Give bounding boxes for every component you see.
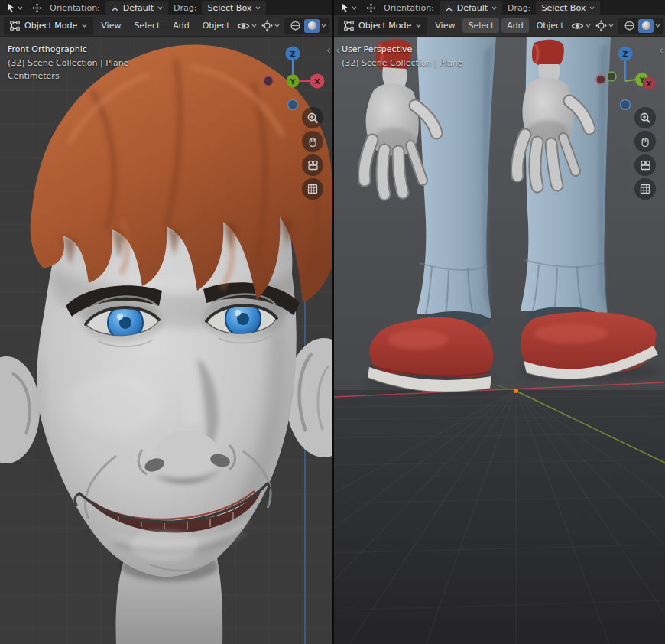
mode-dropdown[interactable]: Object Mode <box>338 17 427 35</box>
hand-icon <box>639 135 651 148</box>
viewport-pane-right: Orientation: Default Drag: Select Box Ob… <box>334 0 665 644</box>
navigation-gizmo[interactable]: Z X Y <box>261 43 325 115</box>
viewport-header-left: Object Mode View Select Add Object <box>0 15 332 37</box>
axis-z-label: Z <box>290 50 296 58</box>
move-tool-icon <box>31 2 43 14</box>
sidebar-collapse-arrow[interactable]: ‹ <box>326 46 331 55</box>
axis-z-negative[interactable] <box>288 100 298 110</box>
drag-dropdown[interactable]: Select Box <box>536 1 600 15</box>
chevron-down-icon <box>416 24 421 28</box>
shading-solid-button[interactable] <box>304 19 320 33</box>
toolbar-collapse-arrow[interactable]: ‹ <box>336 46 340 55</box>
magnifier-plus-icon <box>639 112 651 124</box>
menu-object[interactable]: Object <box>197 18 235 33</box>
orientation-label: Orientation: <box>50 3 100 13</box>
solid-sphere-icon <box>641 20 652 31</box>
axis-x-label: X <box>647 80 652 88</box>
viewport-tool-buttons <box>302 107 323 200</box>
sidebar-collapse-arrow[interactable]: ‹ <box>659 46 663 55</box>
orientation-label: Orientation: <box>384 3 434 13</box>
overlays-toggle[interactable] <box>571 21 591 31</box>
camera-icon <box>307 159 320 171</box>
scene-character-legs[interactable] <box>334 37 665 644</box>
hand-icon <box>307 135 319 148</box>
axes-icon <box>111 4 119 12</box>
orientation-dropdown[interactable]: Default <box>105 1 168 15</box>
menu-view[interactable]: View <box>96 18 126 33</box>
camera-view-button[interactable] <box>302 154 323 176</box>
zoom-button[interactable] <box>302 107 323 128</box>
gizmo-icon <box>595 20 607 31</box>
active-tool-dropdown[interactable] <box>5 2 24 13</box>
pan-button[interactable] <box>634 131 656 152</box>
axis-x-label: X <box>314 77 320 86</box>
menu-add[interactable]: Add <box>167 18 194 33</box>
menu-select[interactable]: Select <box>128 18 165 33</box>
tool-settings-bar-right: Orientation: Default Drag: Select Box <box>334 0 665 15</box>
chevron-down-icon <box>157 6 163 10</box>
move-tool-icon <box>365 2 377 14</box>
drag-dropdown[interactable]: Select Box <box>202 1 266 15</box>
gizmos-toggle[interactable] <box>595 20 614 31</box>
orientation-value: Default <box>457 3 488 13</box>
grid-icon <box>639 183 651 195</box>
camera-icon <box>639 159 652 171</box>
active-tool-dropdown[interactable] <box>339 2 358 13</box>
move-tool-button[interactable] <box>364 2 378 14</box>
shading-wireframe-button[interactable] <box>287 19 303 33</box>
shading-solid-button[interactable] <box>638 19 654 33</box>
menu-view[interactable]: View <box>430 18 460 33</box>
camera-view-button[interactable] <box>634 154 656 176</box>
axis-y-negative[interactable] <box>607 72 616 81</box>
gizmos-toggle[interactable] <box>261 20 280 31</box>
chevron-down-icon <box>274 24 280 28</box>
viewport-shading-group <box>618 18 663 34</box>
axis-z-negative[interactable] <box>621 100 631 110</box>
move-tool-button[interactable] <box>30 2 44 14</box>
gizmo-icon <box>261 20 273 31</box>
scene-character-head[interactable] <box>0 37 332 644</box>
orientation-dropdown[interactable]: Default <box>440 1 502 15</box>
chevron-down-icon <box>18 6 23 10</box>
cursor-tool-icon <box>6 2 16 13</box>
chevron-down-icon <box>82 24 87 28</box>
solid-sphere-icon <box>307 20 318 31</box>
shading-wireframe-button[interactable] <box>621 19 637 33</box>
ortho-toggle-button[interactable] <box>634 178 656 200</box>
chevron-down-icon <box>586 24 591 28</box>
mode-value: Object Mode <box>358 21 411 31</box>
eye-icon <box>571 21 584 31</box>
navigation-gizmo[interactable]: Z Y X <box>593 43 657 115</box>
viewport-3d-right[interactable]: User Perspective (32) Scene Collection |… <box>334 37 665 644</box>
drag-label: Drag: <box>174 3 196 13</box>
pan-button[interactable] <box>302 131 323 152</box>
object-mode-icon <box>344 21 354 31</box>
viewport-pane-left: Orientation: Default Drag: Select Box Ob… <box>0 0 332 644</box>
wireframe-sphere-icon <box>624 20 635 31</box>
menu-select[interactable]: Select <box>462 18 499 33</box>
origin-point <box>514 389 518 393</box>
chevron-down-icon <box>352 6 357 10</box>
tool-settings-bar-left: Orientation: Default Drag: Select Box <box>0 0 332 15</box>
menu-object[interactable]: Object <box>531 18 569 33</box>
axis-z-label: Z <box>623 50 628 58</box>
axis-x-negative[interactable] <box>596 75 605 84</box>
mode-dropdown[interactable]: Object Mode <box>4 17 93 35</box>
magnifier-plus-icon <box>307 112 319 124</box>
grid-icon <box>307 183 319 195</box>
header-right-controls <box>237 18 329 34</box>
menu-add[interactable]: Add <box>501 18 528 33</box>
eye-icon <box>237 21 250 31</box>
viewport-tool-buttons <box>634 107 656 200</box>
chevron-down-icon <box>589 6 595 10</box>
ortho-toggle-button[interactable] <box>302 178 323 200</box>
drag-value: Select Box <box>541 3 586 13</box>
orientation-value: Default <box>123 3 154 13</box>
overlays-toggle[interactable] <box>237 21 257 31</box>
axis-x-negative[interactable] <box>264 76 274 86</box>
viewport-3d-left[interactable]: Front Orthographic (32) Scene Collection… <box>0 37 332 644</box>
axes-icon <box>445 4 453 12</box>
chevron-down-icon <box>255 6 261 10</box>
zoom-button[interactable] <box>634 107 656 128</box>
viewport-shading-group <box>284 18 329 34</box>
